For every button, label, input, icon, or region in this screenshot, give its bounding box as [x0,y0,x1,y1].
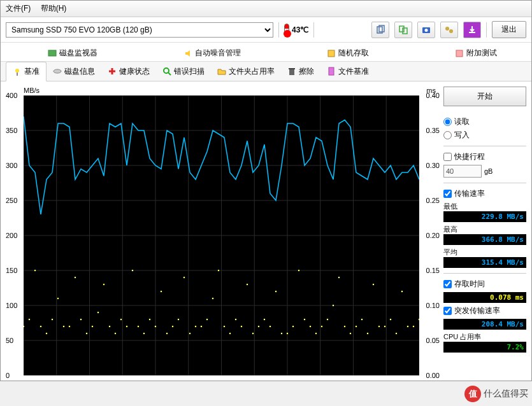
svg-point-69 [183,277,185,278]
toolbar: Samsung SSD 750 EVO 120GB (120 gB) 43℃ 退… [1,17,531,43]
svg-point-89 [298,270,299,271]
svg-point-43 [34,270,36,271]
svg-point-88 [292,326,294,327]
svg-point-67 [172,326,173,327]
svg-point-41 [24,326,24,327]
svg-point-61 [138,326,139,327]
svg-point-64 [155,326,156,327]
svg-rect-17 [289,68,295,69]
svg-rect-2 [399,26,404,32]
copy-icon[interactable] [371,22,389,38]
svg-point-6 [445,27,449,31]
svg-point-102 [373,284,374,285]
svg-rect-16 [289,69,294,75]
svg-point-103 [378,326,380,327]
svg-point-71 [195,326,196,327]
exit-button[interactable]: 退出 [492,21,526,38]
min-value: 229.8 MB/s [443,211,526,222]
svg-point-81 [252,333,254,334]
svg-point-13 [54,69,61,73]
svg-point-91 [310,326,311,327]
copy2-icon[interactable] [394,22,412,38]
block-size-input[interactable] [443,165,482,178]
menu-file[interactable]: 文件(F) [6,4,31,13]
svg-point-73 [206,319,208,320]
tab-noise-mgmt[interactable]: 自动噪音管理 [182,45,242,61]
thermometer-icon [284,24,289,36]
download-icon[interactable] [463,22,481,38]
y-axis-label: MB/s [24,87,40,94]
tab-benchmark[interactable]: 基准 [6,62,47,81]
temperature-display: 43℃ [284,24,308,36]
svg-point-56 [109,326,110,327]
svg-rect-18 [329,67,334,75]
svg-rect-9 [328,50,334,57]
tab-health[interactable]: 健康状态 [101,62,156,81]
svg-point-79 [241,326,242,327]
access-checkbox[interactable] [443,280,452,288]
svg-point-99 [356,326,357,327]
tab-disk-info[interactable]: 磁盘信息 [47,62,101,81]
tab-disk-monitor[interactable]: 磁盘监视器 [47,45,99,61]
svg-point-82 [258,326,259,327]
tab-extra-tests[interactable]: 附加测试 [454,45,498,61]
svg-point-14 [164,68,169,73]
svg-point-11 [15,69,19,73]
svg-point-66 [166,333,168,334]
svg-line-15 [168,73,171,75]
device-select[interactable]: Samsung SSD 750 EVO 120GB (120 gB) [6,22,273,38]
svg-rect-3 [403,28,407,34]
svg-point-42 [29,319,30,320]
svg-point-63 [149,319,150,320]
top-tabs: 磁盘监视器 自动噪音管理 随机存取 附加测试 [1,43,531,62]
tab-folder-usage[interactable]: 文件夹占用率 [211,62,281,81]
svg-point-65 [161,291,162,292]
svg-point-87 [287,333,288,334]
menu-bar: 文件(F) 帮助(H) [1,1,531,17]
sub-tabs: 基准 磁盘信息 健康状态 错误扫描 文件夹占用率 擦除 文件基准 [1,62,531,81]
svg-point-98 [350,333,351,334]
svg-point-76 [224,326,225,327]
svg-point-107 [401,291,403,292]
svg-point-59 [126,326,127,327]
tab-error-scan[interactable]: 错误扫描 [156,62,211,81]
svg-point-52 [86,333,87,334]
burst-checkbox[interactable] [443,307,452,315]
chart-area: MB/s ms 050100150200250300350400 0.000.0… [6,87,438,375]
svg-rect-8 [48,50,56,56]
read-radio[interactable] [443,118,452,126]
svg-point-106 [396,333,397,334]
tab-random-access[interactable]: 随机存取 [326,45,370,61]
svg-point-100 [361,319,363,320]
watermark-logo-icon: 值 [464,386,481,402]
svg-point-62 [143,333,145,334]
svg-point-92 [315,333,317,334]
write-radio[interactable] [443,131,452,139]
menu-help[interactable]: 帮助(H) [41,4,67,13]
svg-point-95 [333,305,334,306]
tab-file-benchmark[interactable]: 文件基准 [320,62,375,81]
svg-point-77 [229,333,231,334]
svg-point-86 [281,333,282,334]
svg-point-84 [270,326,271,327]
max-value: 366.8 MB/s [443,234,526,245]
express-checkbox[interactable] [443,153,452,161]
svg-point-58 [120,319,122,320]
svg-point-45 [46,333,47,334]
svg-point-108 [407,326,408,327]
tab-erase[interactable]: 擦除 [281,62,320,81]
svg-point-68 [178,319,179,320]
svg-point-74 [212,298,213,299]
settings-icon[interactable] [440,22,458,38]
svg-point-60 [132,270,133,271]
svg-point-44 [40,326,41,327]
svg-point-5 [425,29,428,32]
burst-value: 208.4 MB/s [443,319,526,330]
svg-point-80 [247,284,248,285]
screenshot-icon[interactable] [417,22,435,38]
svg-point-96 [338,277,340,278]
transfer-checkbox[interactable] [443,190,452,198]
svg-point-7 [449,29,453,33]
svg-point-85 [275,291,277,292]
start-button[interactable]: 开始 [443,87,526,106]
